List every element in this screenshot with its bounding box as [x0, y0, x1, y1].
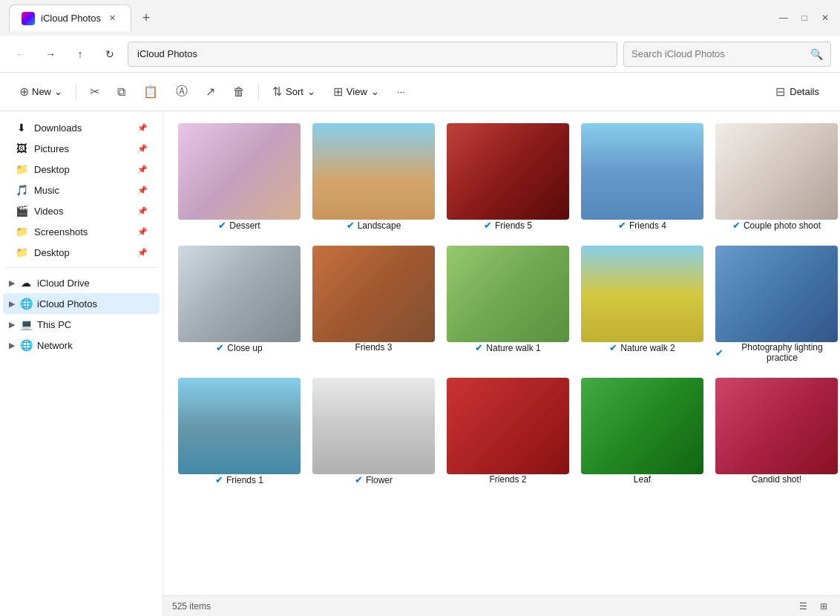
- photo-name-friends4: ✔Friends 4: [618, 220, 666, 231]
- group-icon-network: 🌐: [19, 338, 33, 352]
- tab-close-button[interactable]: ✕: [107, 13, 119, 24]
- sidebar-item-videos[interactable]: 🎬 Videos 📌: [3, 200, 160, 221]
- sidebar-item-screenshots[interactable]: 📁 Screenshots 📌: [3, 221, 160, 242]
- photo-item-landscape[interactable]: ✔Landscape: [312, 123, 435, 231]
- photo-item-friends5[interactable]: ✔Friends 5: [447, 123, 569, 231]
- address-input[interactable]: iCloud Photos: [128, 42, 617, 67]
- photo-item-friends2[interactable]: Friends 2: [447, 378, 569, 485]
- new-tab-button[interactable]: +: [134, 6, 158, 30]
- list-view-icon[interactable]: ☰: [795, 599, 810, 614]
- chevron-this-pc: ▶: [9, 320, 15, 330]
- delete-button[interactable]: 🗑: [226, 81, 252, 103]
- photo-item-closeup[interactable]: ✔Close up: [178, 246, 301, 363]
- sidebar-divider: [6, 267, 157, 268]
- copy-button[interactable]: ⧉: [110, 81, 133, 103]
- sidebar-item-desktop2[interactable]: 📁 Desktop 📌: [3, 242, 160, 263]
- group-label-icloud-photos: iCloud Photos: [37, 298, 154, 309]
- share-icon: ↗: [206, 85, 215, 99]
- search-area[interactable]: 🔍: [623, 42, 831, 67]
- up-button[interactable]: ↑: [68, 42, 92, 66]
- sidebar-item-music[interactable]: 🎵 Music 📌: [3, 180, 160, 200]
- photo-grid: ✔Dessert✔Landscape✔Friends 5✔Friends 4✔C…: [178, 123, 825, 485]
- photo-item-leaf[interactable]: Leaf: [581, 378, 703, 485]
- more-button[interactable]: ···: [390, 82, 413, 102]
- sidebar-item-downloads[interactable]: ⬇ Downloads 📌: [3, 117, 160, 138]
- sidebar-icon-desktop2: 📁: [15, 246, 28, 259]
- chevron-network: ▶: [9, 341, 15, 350]
- new-button[interactable]: ⊕ New ⌄: [12, 80, 70, 103]
- delete-icon: 🗑: [233, 85, 245, 99]
- close-window-button[interactable]: ✕: [819, 12, 831, 24]
- group-label-icloud-drive: iCloud Drive: [37, 278, 154, 289]
- photo-name-closeup: ✔Close up: [216, 342, 262, 353]
- refresh-button[interactable]: ↻: [98, 42, 122, 66]
- photo-name-couple: ✔Couple photo shoot: [732, 220, 821, 231]
- status-bar: 525 items ☰ ⊞: [163, 595, 840, 616]
- sidebar-group-icloud-drive[interactable]: ▶ ☁ iCloud Drive: [0, 272, 163, 293]
- photo-scroll[interactable]: ✔Dessert✔Landscape✔Friends 5✔Friends 4✔C…: [163, 111, 840, 595]
- photo-item-friends4[interactable]: ✔Friends 4: [581, 123, 703, 231]
- sidebar-label-pictures: Pictures: [34, 143, 131, 154]
- back-button[interactable]: ←: [9, 42, 33, 66]
- pin-icon-downloads: 📌: [137, 123, 148, 133]
- photo-item-couple[interactable]: ✔Couple photo shoot: [715, 123, 838, 231]
- details-button[interactable]: ⊟ Details: [767, 80, 828, 103]
- sort-button[interactable]: ⇅ Sort ⌄: [265, 80, 323, 103]
- photo-item-dessert[interactable]: ✔Dessert: [178, 123, 301, 231]
- forward-button[interactable]: →: [39, 42, 62, 66]
- view-button[interactable]: ⊞ View ⌄: [326, 80, 387, 103]
- photo-thumb-candid: [715, 378, 838, 474]
- sidebar-group-network[interactable]: ▶ 🌐 Network: [0, 335, 163, 355]
- photo-item-friends1[interactable]: ✔Friends 1: [178, 378, 301, 485]
- photo-name-candid: Candid shot!: [752, 474, 801, 485]
- photo-name-leaf: Leaf: [634, 474, 651, 485]
- check-icon-dessert: ✔: [218, 220, 226, 231]
- photo-thumb-dessert: [178, 123, 301, 220]
- pin-icon-music: 📌: [137, 186, 148, 195]
- rename-button[interactable]: Ⓐ: [168, 79, 195, 104]
- photo-thumb-naturewalk2: [581, 246, 703, 342]
- minimize-button[interactable]: —: [778, 12, 790, 24]
- sidebar-icon-videos: 🎬: [15, 204, 28, 217]
- new-icon: ⊕: [19, 85, 29, 99]
- sidebar-group-icloud-photos[interactable]: ▶ 🌐 iCloud Photos: [3, 293, 160, 314]
- grid-view-icon[interactable]: ⊞: [816, 599, 831, 614]
- photo-thumb-friends4: [581, 123, 703, 220]
- paste-button[interactable]: 📋: [136, 80, 165, 103]
- photo-item-naturewalk1[interactable]: ✔Nature walk 1: [447, 246, 569, 363]
- sidebar-item-desktop[interactable]: 📁 Desktop 📌: [3, 159, 160, 180]
- sidebar-icon-screenshots: 📁: [15, 225, 28, 238]
- photo-thumb-couple: [715, 123, 838, 220]
- photo-thumb-closeup: [178, 246, 301, 342]
- sidebar-item-pictures[interactable]: 🖼 Pictures 📌: [3, 138, 160, 159]
- address-text: iCloud Photos: [137, 48, 197, 59]
- new-chevron: ⌄: [54, 86, 62, 97]
- pin-icon-screenshots: 📌: [137, 227, 148, 237]
- tab-area: iCloud Photos ✕ +: [9, 4, 778, 31]
- window-controls: — □ ✕: [778, 12, 831, 24]
- sidebar-group-this-pc[interactable]: ▶ 💻 This PC: [0, 314, 163, 335]
- photo-item-flower[interactable]: ✔Flower: [312, 378, 435, 485]
- sidebar-label-desktop2: Desktop: [34, 247, 131, 258]
- photo-item-candid[interactable]: Candid shot!: [715, 378, 838, 485]
- photo-item-naturewalk2[interactable]: ✔Nature walk 2: [581, 246, 703, 363]
- pin-icon-desktop: 📌: [137, 165, 148, 174]
- photo-item-photography[interactable]: ✔Photography lighting practice: [715, 246, 838, 363]
- sidebar-icon-downloads: ⬇: [15, 121, 28, 134]
- search-input[interactable]: [631, 48, 804, 59]
- photo-label-landscape: Landscape: [358, 220, 401, 231]
- app-icon: [22, 12, 35, 25]
- active-tab[interactable]: iCloud Photos ✕: [9, 4, 131, 31]
- photo-label-friends2: Friends 2: [489, 474, 526, 485]
- restore-button[interactable]: □: [798, 12, 810, 24]
- sidebar-label-screenshots: Screenshots: [34, 226, 131, 237]
- toolbar: ⊕ New ⌄ ✂ ⧉ 📋 Ⓐ ↗ 🗑 ⇅ Sort ⌄ ⊞ View ⌄ ··…: [0, 73, 840, 111]
- share-button[interactable]: ↗: [198, 80, 223, 103]
- sidebar-label-videos: Videos: [34, 206, 131, 217]
- address-bar: ← → ↑ ↻ iCloud Photos 🔍: [0, 36, 840, 73]
- details-icon: ⊟: [775, 85, 785, 99]
- photo-item-friends3[interactable]: Friends 3: [312, 246, 435, 363]
- photo-label-couple: Couple photo shoot: [744, 220, 821, 231]
- content-area: ✔Dessert✔Landscape✔Friends 5✔Friends 4✔C…: [163, 111, 840, 616]
- cut-button[interactable]: ✂: [82, 80, 107, 103]
